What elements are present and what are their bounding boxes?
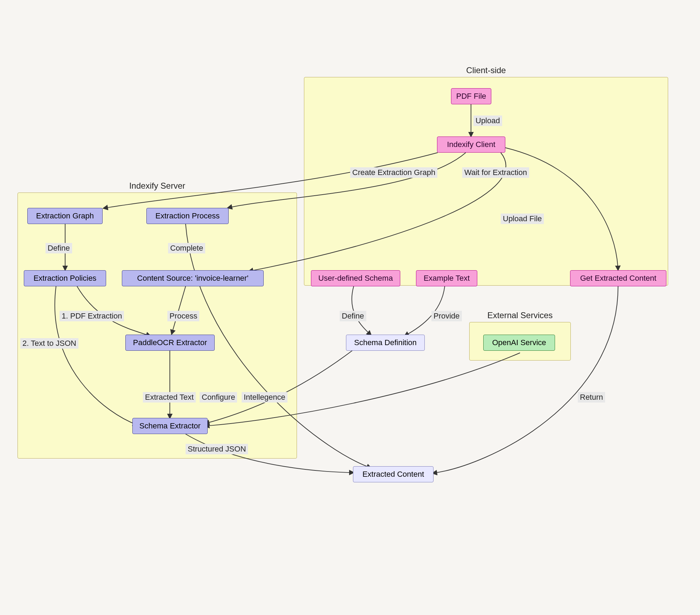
edge-label-process: Process bbox=[167, 311, 199, 321]
node-label: Indexify Client bbox=[447, 140, 495, 149]
node-user-defined-schema: User-defined Schema bbox=[311, 270, 400, 286]
edge-label-intelligence: Intellegence bbox=[242, 392, 287, 403]
edge-label-provide: Provide bbox=[431, 311, 462, 321]
group-title-client: Client-side bbox=[304, 65, 668, 75]
node-label: Extraction Process bbox=[155, 211, 220, 221]
node-paddleocr-extractor: PaddleOCR Extractor bbox=[125, 335, 215, 351]
edge-label-upload: Upload bbox=[473, 116, 502, 126]
node-extraction-process: Extraction Process bbox=[146, 208, 229, 224]
node-get-extracted-content: Get Extracted Content bbox=[570, 270, 666, 286]
edge-label-complete: Complete bbox=[168, 243, 205, 253]
diagram-canvas: Client-side Indexify Server External Ser… bbox=[0, 0, 700, 615]
edge-label-return: Return bbox=[578, 392, 605, 403]
node-extracted-content: Extracted Content bbox=[353, 466, 434, 482]
node-extraction-graph: Extraction Graph bbox=[27, 208, 103, 224]
node-indexify-client: Indexify Client bbox=[437, 137, 505, 153]
group-title-server: Indexify Server bbox=[18, 181, 297, 191]
node-openai-service: OpenAI Service bbox=[483, 335, 555, 351]
edge-label-create-graph: Create Extraction Graph bbox=[350, 167, 437, 178]
edge-label-structured-json: Structured JSON bbox=[186, 444, 248, 454]
edge-label-define2: Define bbox=[340, 311, 366, 321]
edge-label-wait-extraction: Wait for Extraction bbox=[462, 167, 529, 178]
node-label: Example Text bbox=[424, 274, 470, 283]
node-label: Extracted Content bbox=[362, 470, 424, 479]
node-label: OpenAI Service bbox=[492, 338, 546, 347]
node-label: Content Source: 'invoice-learner' bbox=[137, 274, 249, 283]
group-client-side: Client-side bbox=[304, 77, 668, 286]
node-schema-definition: Schema Definition bbox=[346, 335, 425, 351]
edge-label-upload-file: Upload File bbox=[501, 214, 544, 224]
node-label: Get Extracted Content bbox=[580, 274, 657, 283]
node-example-text: Example Text bbox=[416, 270, 477, 286]
edge-label-pdf-extraction: 1. PDF Extraction bbox=[60, 311, 124, 321]
node-content-source: Content Source: 'invoice-learner' bbox=[122, 270, 264, 286]
node-label: Extraction Policies bbox=[34, 274, 97, 283]
edge-label-define: Define bbox=[46, 243, 72, 253]
node-pdf-file: PDF File bbox=[451, 88, 491, 104]
node-extraction-policies: Extraction Policies bbox=[24, 270, 106, 286]
edge-label-configure: Configure bbox=[200, 392, 237, 403]
node-schema-extractor: Schema Extractor bbox=[132, 418, 208, 434]
edge-label-extracted-text: Extracted Text bbox=[143, 392, 196, 403]
edge-label-text-to-json: 2. Text to JSON bbox=[20, 338, 78, 349]
node-label: User-defined Schema bbox=[318, 274, 393, 283]
node-label: Schema Definition bbox=[354, 338, 417, 347]
node-label: PaddleOCR Extractor bbox=[133, 338, 207, 347]
group-title-external: External Services bbox=[470, 310, 570, 320]
node-label: Extraction Graph bbox=[36, 211, 94, 221]
node-label: Schema Extractor bbox=[139, 421, 201, 431]
node-label: PDF File bbox=[456, 92, 486, 101]
